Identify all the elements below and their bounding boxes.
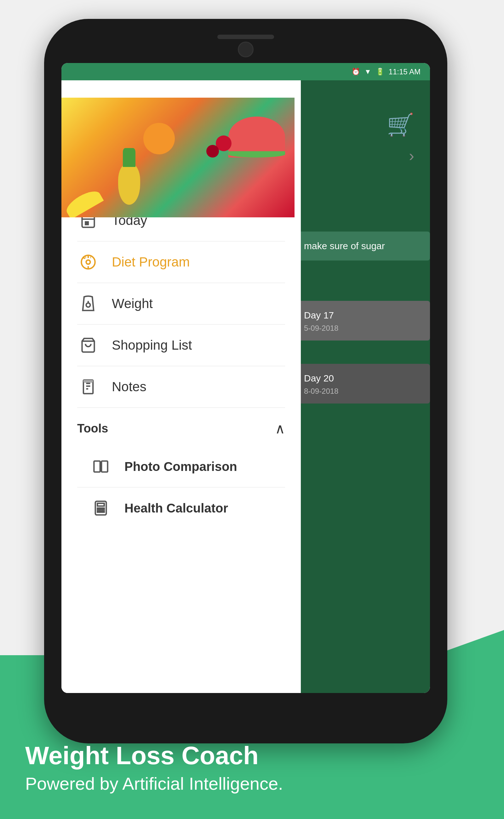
fruits-image (61, 98, 295, 217)
shopping-list-label: Shopping List (112, 338, 192, 353)
app-subtitle: Powered by Artificial Intelligence. (25, 773, 283, 794)
sidebar-item-shopping-list[interactable]: Shopping List (61, 325, 301, 366)
svg-rect-25 (97, 511, 100, 512)
tools-chevron-icon: ∧ (275, 421, 285, 437)
cart-icon[interactable]: 🛒 (387, 112, 414, 138)
pineapple-top (123, 148, 135, 167)
menu-panel: Today Diet Program (61, 80, 301, 693)
svg-point-10 (86, 303, 90, 307)
svg-rect-4 (85, 222, 88, 225)
app-title: Weight Loss Coach (25, 741, 283, 770)
tools-label: Tools (77, 422, 108, 435)
svg-rect-27 (103, 511, 104, 512)
status-time: 11:15 AM (389, 67, 421, 76)
phone-screen: ⏰ ▼ 🔋 11:15 AM 🛒 › make sure of sugar Da… (61, 63, 430, 693)
svg-rect-18 (101, 461, 108, 472)
diet-program-label: Diet Program (112, 255, 190, 270)
tools-header[interactable]: Tools ∧ (61, 411, 301, 446)
weight-label: Weight (112, 296, 153, 311)
status-bar: ⏰ ▼ 🔋 11:15 AM (61, 63, 430, 80)
photo-comparison-label: Photo Comparison (124, 460, 237, 474)
orange-decoration (143, 123, 175, 154)
chevron-right-icon[interactable]: › (409, 146, 414, 165)
bottom-text-area: Weight Loss Coach Powered by Artificial … (25, 741, 283, 794)
sidebar-item-health-calculator[interactable]: Health Calculator (61, 488, 301, 529)
day20-card: Day 20 8-09-2018 (295, 364, 430, 404)
photo-comparison-icon (90, 455, 112, 478)
svg-point-6 (86, 260, 90, 264)
cherry2-decoration (206, 145, 219, 157)
svg-rect-22 (97, 508, 100, 509)
svg-rect-24 (103, 508, 104, 509)
day20-title: Day 20 (304, 372, 421, 385)
notes-icon (77, 376, 99, 398)
phone-top-bar (217, 35, 274, 39)
sidebar-item-photo-comparison[interactable]: Photo Comparison (61, 446, 301, 487)
notes-label: Notes (112, 379, 146, 394)
svg-rect-26 (100, 511, 102, 512)
note-text: make sure of sugar (304, 239, 421, 253)
sidebar-item-notes[interactable]: Notes (61, 366, 301, 407)
day17-title: Day 17 (304, 309, 421, 322)
shopping-list-icon (77, 334, 99, 356)
note-card: make sure of sugar (295, 232, 430, 261)
health-calculator-label: Health Calculator (124, 501, 228, 515)
day17-card: Day 17 5-09-2018 (295, 301, 430, 341)
watermelon-decoration (228, 117, 285, 157)
clock-status-icon: ⏰ (352, 68, 360, 76)
svg-rect-23 (100, 508, 102, 509)
phone-frame: ⏰ ▼ 🔋 11:15 AM 🛒 › make sure of sugar Da… (44, 19, 447, 743)
right-panel: 🛒 › make sure of sugar Day 17 5-09-2018 … (295, 80, 430, 693)
health-calculator-icon (90, 497, 112, 519)
phone-camera (238, 42, 254, 57)
banana-decoration (63, 187, 104, 217)
sidebar-item-diet-program[interactable]: Diet Program (61, 242, 301, 283)
sidebar-item-weight[interactable]: Weight (61, 283, 301, 324)
day17-subtitle: 5-09-2018 (304, 324, 421, 333)
day20-subtitle: 8-09-2018 (304, 387, 421, 396)
battery-icon: 🔋 (376, 68, 384, 76)
pineapple-decoration (118, 164, 140, 205)
svg-rect-21 (97, 503, 104, 506)
divider-5 (77, 407, 285, 408)
diet-program-icon (77, 251, 99, 273)
svg-rect-17 (94, 461, 100, 472)
wifi-icon: ▼ (364, 68, 371, 76)
weight-icon (77, 293, 99, 315)
